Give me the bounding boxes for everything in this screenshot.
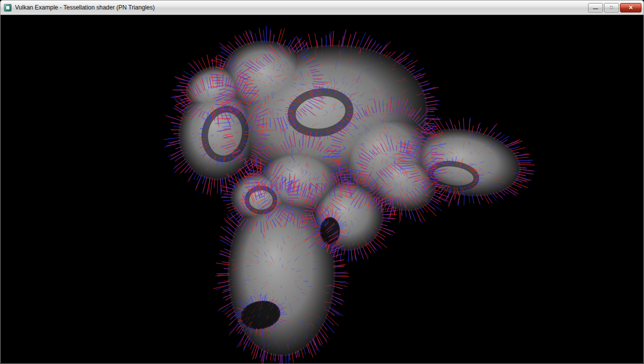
maximize-icon: □ <box>610 6 612 10</box>
caption-buttons: — □ ✕ <box>588 3 642 12</box>
maximize-button[interactable]: □ <box>604 3 619 12</box>
window: Vulkan Example - Tessellation shader (PN… <box>0 0 644 364</box>
minimize-button[interactable]: — <box>588 3 603 12</box>
minimize-icon: — <box>593 6 598 12</box>
close-icon: ✕ <box>628 5 633 10</box>
close-button[interactable]: ✕ <box>620 3 642 12</box>
render-canvas[interactable] <box>0 15 644 364</box>
app-icon-glyph <box>6 6 10 10</box>
app-icon[interactable] <box>4 4 12 12</box>
window-title: Vulkan Example - Tessellation shader (PN… <box>15 4 154 11</box>
title-bar[interactable]: Vulkan Example - Tessellation shader (PN… <box>0 0 644 15</box>
